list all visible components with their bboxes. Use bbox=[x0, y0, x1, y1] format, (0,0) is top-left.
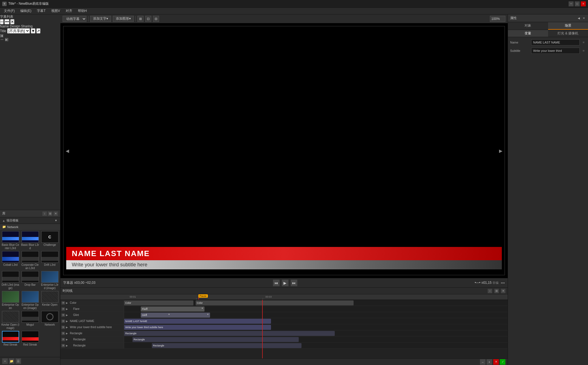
template-item-6[interactable]: Drift L3rd (image) bbox=[1, 271, 20, 290]
subtitle-list-dots[interactable]: ••• bbox=[4, 19, 9, 24]
track-rect3-expand[interactable]: ▶ bbox=[66, 344, 69, 347]
menu-view[interactable]: 视图V bbox=[48, 8, 63, 14]
template-item-0[interactable]: Basic Blue Center L3rd bbox=[1, 231, 20, 250]
menu-caption[interactable]: 字幕T bbox=[34, 8, 48, 14]
template-item-11[interactable]: Kevlar Open bbox=[40, 291, 59, 310]
handle-right[interactable]: ▶ bbox=[499, 148, 502, 153]
add-shape-btn[interactable]: 添加图形▾ bbox=[113, 16, 134, 22]
track-rect1-vis[interactable]: 👁 bbox=[62, 332, 65, 335]
track-rect3-vis[interactable]: 👁 bbox=[62, 344, 65, 347]
tab-object[interactable]: 对象 bbox=[508, 22, 548, 30]
flare-block[interactable]: Flare bbox=[141, 307, 204, 312]
close-button[interactable]: ✕ bbox=[581, 1, 586, 6]
playback-dots-btn[interactable]: ••• bbox=[501, 281, 505, 285]
timeline-plus-btn[interactable]: + bbox=[487, 359, 492, 365]
name-block[interactable]: NAME LAST NAME bbox=[124, 319, 271, 324]
handle-left[interactable]: ◀ bbox=[66, 148, 69, 153]
template-item-12[interactable]: Kevlar Open (Image) bbox=[1, 311, 20, 330]
maximize-button[interactable]: □ bbox=[575, 1, 580, 6]
title-share-btn[interactable]: ↗ bbox=[36, 28, 40, 34]
track-subtitle-vis[interactable]: 👁 bbox=[62, 326, 65, 329]
toolbar-icon1[interactable]: ⊞ bbox=[137, 16, 144, 22]
right-panel-back-btn[interactable]: ◀ bbox=[577, 16, 581, 20]
rect2-block[interactable]: Rectangle bbox=[132, 337, 299, 342]
next-btn[interactable]: ⏭ bbox=[291, 280, 297, 286]
color-block-1[interactable]: Color bbox=[124, 300, 193, 305]
timeline-icon2[interactable]: ⊞ bbox=[494, 289, 499, 293]
title-row-btn[interactable]: ▼ bbox=[31, 28, 35, 34]
template-item-7[interactable]: Drop Bar bbox=[21, 271, 39, 290]
timeline-icon1[interactable]: ↕ bbox=[488, 289, 492, 293]
toolbar-icon3[interactable]: ⊟ bbox=[153, 16, 159, 22]
animation-caption-dropdown[interactable]: 动画字幕 bbox=[63, 16, 86, 22]
template-item-15[interactable]: Red Streak bbox=[1, 331, 20, 346]
template-item-2[interactable]: Challenge bbox=[40, 231, 59, 250]
tab-transform[interactable]: 变量 bbox=[508, 30, 548, 37]
template-item-16[interactable]: Red Streak bbox=[21, 331, 39, 346]
toolbar-icon2[interactable]: ⊡ bbox=[145, 16, 151, 22]
scroll-right-btn[interactable]: ▶ bbox=[5, 38, 8, 41]
right-panel-header: 属性 ◀ ✕ bbox=[508, 14, 588, 22]
track-flare-expand[interactable]: ▶ bbox=[66, 308, 69, 310]
prop-subtitle-input[interactable] bbox=[531, 48, 580, 54]
library-icon2[interactable]: ⊞ bbox=[48, 211, 52, 216]
template-item-10[interactable]: Enterprise Open (image) bbox=[21, 291, 39, 310]
tab-light[interactable]: 灯光 & 摄像机 bbox=[548, 30, 588, 37]
library-folder-btn[interactable]: 📁 bbox=[9, 358, 14, 364]
track-name-vis[interactable]: 👁 bbox=[62, 320, 65, 323]
menu-file[interactable]: 文件(F) bbox=[1, 8, 17, 14]
timeline-cancel-btn[interactable]: ✕ bbox=[493, 359, 499, 365]
menu-help[interactable]: 帮助H bbox=[75, 8, 90, 14]
menu-edit[interactable]: 编辑(E) bbox=[17, 8, 34, 14]
prop-name-eq[interactable]: = bbox=[581, 39, 586, 45]
template-thumb-2 bbox=[41, 231, 58, 243]
play-btn[interactable]: ▶ bbox=[282, 280, 288, 286]
project-templates-dropdown[interactable]: ▼ bbox=[54, 219, 58, 223]
prev-btn[interactable]: ⏮ bbox=[273, 280, 280, 286]
sharing-dropdown[interactable]: [不共享的] bbox=[7, 28, 30, 34]
color-block-2[interactable]: Color bbox=[196, 300, 354, 305]
track-subtitle-expand[interactable]: ▶ bbox=[66, 326, 69, 329]
scroll-left-btn[interactable]: ◀ bbox=[0, 34, 3, 37]
right-panel-close-btn[interactable]: ✕ bbox=[582, 16, 586, 20]
library-add-btn[interactable]: + bbox=[2, 358, 8, 364]
template-item-8[interactable]: Enterprise L3rd (image) bbox=[40, 271, 59, 290]
track-glint-vis[interactable]: 👁 bbox=[62, 313, 65, 317]
subtitle-list-minimize[interactable]: ─ bbox=[0, 19, 4, 24]
timeline-confirm-btn[interactable]: ✓ bbox=[500, 359, 505, 365]
subtitle-block[interactable]: Write your lower third subtitle here bbox=[124, 325, 271, 330]
template-thumb-7 bbox=[22, 271, 39, 283]
tab-scene[interactable]: 场景 bbox=[548, 22, 588, 30]
rect1-block[interactable]: Rectangle bbox=[124, 331, 335, 336]
track-color-vis[interactable]: 👁 bbox=[62, 301, 65, 305]
track-glint-expand[interactable]: ▶ bbox=[66, 314, 69, 316]
subtitle-list-close[interactable]: ✕ bbox=[10, 19, 14, 24]
timeline-close[interactable]: ✕ bbox=[501, 289, 505, 293]
template-item-13[interactable]: Mogul bbox=[21, 311, 39, 330]
prop-name-input[interactable] bbox=[531, 39, 580, 45]
template-item-3[interactable]: Cobalt L3rd bbox=[1, 251, 20, 270]
template-item-14[interactable]: Network bbox=[40, 311, 59, 330]
timeline-minus-btn[interactable]: – bbox=[480, 359, 485, 365]
track-color-expand[interactable]: ▶ bbox=[66, 302, 69, 304]
menu-align[interactable]: 对齐 bbox=[63, 8, 75, 14]
subtitle-list-scrollbar[interactable]: ◀ ••• ▶ bbox=[0, 34, 60, 41]
library-icon1[interactable]: ↕ bbox=[42, 211, 47, 216]
track-rect2-expand[interactable]: ▶ bbox=[66, 338, 69, 341]
prop-subtitle-eq[interactable]: = bbox=[581, 48, 586, 54]
rect3-block[interactable]: Rectangle bbox=[152, 343, 301, 348]
template-item-9[interactable]: Enterprise Open bbox=[1, 291, 20, 310]
track-name-expand[interactable]: ▶ bbox=[66, 320, 69, 323]
zoom-input[interactable] bbox=[490, 16, 505, 22]
template-item-5[interactable]: Drift L3rd bbox=[40, 251, 59, 270]
template-item-4[interactable]: Corporate Clean L3rd bbox=[21, 251, 39, 270]
template-item-1[interactable]: Basic Blue L3rd bbox=[21, 231, 39, 250]
glint-block[interactable]: Glint bbox=[141, 313, 210, 318]
minimize-button[interactable]: ─ bbox=[569, 1, 574, 6]
track-rect2-vis[interactable]: 👁 bbox=[62, 338, 65, 341]
track-flare-vis[interactable]: 👁 bbox=[62, 307, 65, 311]
track-rect1-expand[interactable]: ▶ bbox=[66, 332, 69, 335]
library-close[interactable]: ✕ bbox=[53, 211, 58, 216]
add-text-btn[interactable]: 添加文字▾ bbox=[90, 16, 111, 22]
library-list-btn[interactable]: ☰ bbox=[16, 358, 21, 364]
